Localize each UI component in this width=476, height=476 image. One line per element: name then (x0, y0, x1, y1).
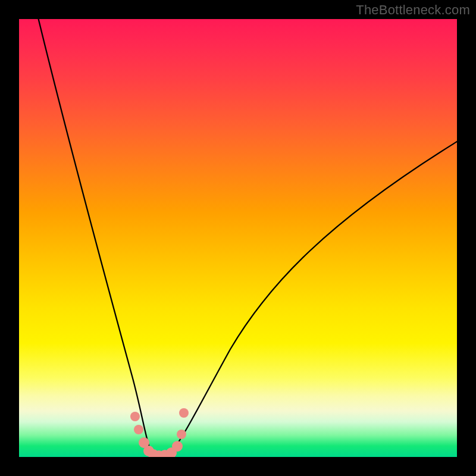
svg-point-8 (172, 441, 183, 452)
svg-point-9 (177, 430, 186, 439)
marker-dots (130, 408, 189, 457)
plot-area (19, 19, 457, 457)
bottleneck-curve-svg (19, 19, 457, 457)
svg-point-1 (134, 425, 143, 434)
svg-point-0 (130, 412, 140, 421)
bottleneck-curve (28, 19, 457, 456)
watermark-text: TheBottleneck.com (356, 2, 470, 18)
svg-point-10 (179, 408, 189, 418)
chart-frame: TheBottleneck.com (0, 0, 476, 476)
